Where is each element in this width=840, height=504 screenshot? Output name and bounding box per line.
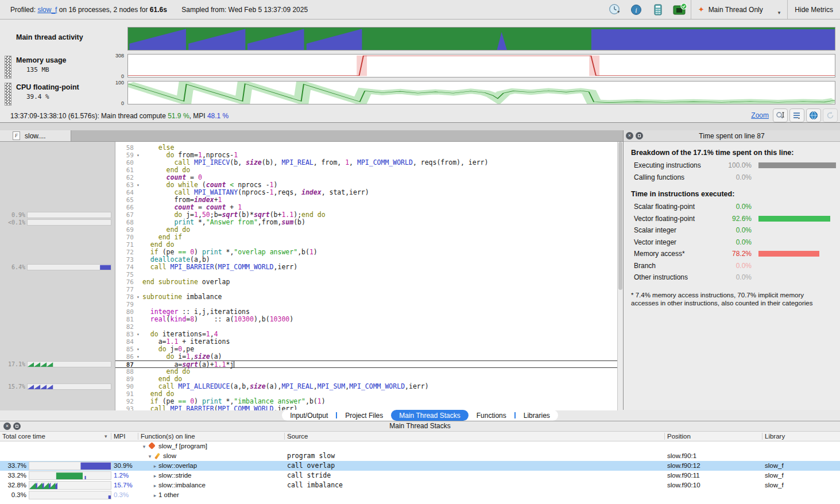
profiled-executable-link[interactable]: slow_f <box>37 6 57 14</box>
col-total-core-time[interactable]: Total core time <box>2 432 45 441</box>
cpu-fp-drag-handle[interactable] <box>5 83 11 106</box>
reset-zoom-button[interactable] <box>823 108 838 122</box>
zoom-link[interactable]: Zoom <box>751 111 769 119</box>
bottom-tab-strip: Input/OutputProject FilesMain Thread Sta… <box>0 410 840 421</box>
info-icon: i <box>630 4 642 15</box>
code-line-74[interactable]: 74 call MPI_BARRIER(MPI_COMM_WORLD,ierr) <box>115 263 617 271</box>
panel-instruction-rows: Scalar floating-point0.0%Vector floating… <box>624 201 840 284</box>
code-line-68[interactable]: 68 print *,"Answer from",from,sum(b) <box>115 219 617 226</box>
metrics-section: Main thread activity Memory usage 135 MB… <box>0 20 840 122</box>
code-line-88[interactable]: 88 end do <box>115 368 617 375</box>
line-number: 87 <box>115 362 135 368</box>
code-line-90[interactable]: 90 call MPI_ALLREDUCE(a,b,size(a),MPI_RE… <box>115 383 617 390</box>
line-number: 85 <box>115 346 135 353</box>
line-number: 63 <box>115 181 135 189</box>
tab-libraries[interactable]: Libraries <box>516 410 558 421</box>
tab-functions[interactable]: Functions <box>469 410 514 421</box>
editor-gutter: 0.9%<0.1%6.4%17.1%15.7% <box>0 142 115 410</box>
info-button[interactable]: i <box>625 0 647 19</box>
metric-label-cpu-fp: CPU floating-point <box>16 83 79 91</box>
col-library[interactable]: Library <box>765 432 785 441</box>
code-area[interactable]: 58 else59▾ do from=1,nprocs-160 call MPI… <box>115 142 617 410</box>
help-button[interactable] <box>806 108 821 122</box>
memory-usage-chart[interactable] <box>127 54 835 77</box>
cpu-axis-min: 0 <box>113 100 124 106</box>
thread-selector-dropdown[interactable]: ✦ Main Thread Only ▾ <box>691 0 788 19</box>
fold-chevron-icon[interactable]: ▾ <box>135 353 141 360</box>
cpu-axis-max: 100 <box>113 80 124 86</box>
line-number: 81 <box>115 316 135 323</box>
table-row-slow-f-program-[interactable]: ▾slow_f [program] <box>0 441 840 451</box>
gutter-activity-bar <box>27 383 111 390</box>
breakdown-row: Scalar integer0.0% <box>624 224 840 237</box>
panel-section1-title: Breakdown of the 17.1% time spent on thi… <box>624 142 840 160</box>
code-text: print *,"Answer from",from,sum(b) <box>142 218 305 226</box>
main-thread-activity-chart[interactable] <box>127 27 835 51</box>
code-line-86[interactable]: 86▾ do i=1,size(a) <box>115 353 617 360</box>
gutter-activity-bar <box>27 264 111 270</box>
chevron-right-icon[interactable]: ▸ <box>152 481 158 491</box>
fold-chevron-icon[interactable]: ▾ <box>135 331 141 338</box>
table-row-slow-stride[interactable]: 33.2%1.2%▸slow::stridecall strideslow.f9… <box>0 471 840 480</box>
metrics-button[interactable] <box>669 0 691 19</box>
chevron-right-icon[interactable]: ▸ <box>152 491 158 501</box>
tab-main-thread-stacks[interactable]: Main Thread Stacks <box>391 410 469 421</box>
chevron-down-icon[interactable]: ▾ <box>146 452 153 462</box>
table-row-slow-overlap[interactable]: 33.7%30.9%▸slow::overlapcall overlapslow… <box>0 461 840 471</box>
table-row-slow[interactable]: ▾slowprogram slowslow.f90:1 <box>0 451 840 461</box>
code-line-69[interactable]: 69 end do <box>115 226 617 234</box>
chevron-right-icon[interactable]: ▸ <box>152 462 158 471</box>
editor-scrollbar-thumb[interactable] <box>618 142 622 290</box>
breakdown-bar <box>758 263 836 269</box>
code-line-60[interactable]: 60 call MPI_IRECV(b, size(b), MPI_REAL, … <box>115 159 617 166</box>
code-text: real(kind=8) :: a(10300),b(10300) <box>142 315 293 323</box>
breakdown-row: Other instructions0.0% <box>624 272 840 284</box>
time-display-button[interactable]: ▾ <box>603 0 625 19</box>
editor-tab-slow[interactable]: F slow.... <box>0 130 71 141</box>
function-cell: ▾slow_f [program] <box>141 441 207 452</box>
line-number: 73 <box>115 256 135 263</box>
select-range-button[interactable] <box>773 108 788 122</box>
line-number: 84 <box>115 338 135 346</box>
chevron-down-icon[interactable]: ▾ <box>141 442 148 452</box>
col-mpi[interactable]: MPI <box>114 432 125 441</box>
col-position[interactable]: Position <box>667 432 691 441</box>
fold-chevron-icon[interactable]: ▾ <box>135 181 141 189</box>
col-functions-on-line[interactable]: Function(s) on line <box>141 432 195 441</box>
chevron-right-icon[interactable]: ▸ <box>152 471 158 481</box>
core-time-value: 32.8% <box>0 480 26 490</box>
hide-metrics-button[interactable]: Hide Metrics <box>787 0 840 19</box>
code-line-81[interactable]: 81 real(kind=8) :: a(10300),b(10300) <box>115 316 617 323</box>
breakdown-bar <box>758 162 836 168</box>
magnifier-ibeam-icon <box>776 111 785 120</box>
fold-chevron-icon[interactable]: ▾ <box>135 346 141 353</box>
fold-chevron-icon[interactable]: ▾ <box>135 293 141 301</box>
breakdown-row: Calling functions0.0% <box>624 172 840 184</box>
cpu-floating-point-chart[interactable] <box>127 81 835 104</box>
col-source[interactable]: Source <box>287 432 308 441</box>
tab-project-files[interactable]: Project Files <box>337 410 391 421</box>
calculator-button[interactable] <box>647 0 669 19</box>
calculator-icon <box>652 3 664 16</box>
memory-usage-drag-handle[interactable] <box>5 56 11 79</box>
view-options-button[interactable] <box>789 108 804 122</box>
code-text: count = count + 1 <box>142 203 242 211</box>
code-line-70[interactable]: 70 end if <box>115 234 617 241</box>
stacks-detach-icon[interactable] <box>13 422 21 430</box>
sort-indicator-icon[interactable]: ▾ <box>104 432 107 441</box>
tab-input-output[interactable]: Input/Output <box>282 410 336 421</box>
panel-body: Breakdown of the 17.1% time spent on thi… <box>624 142 840 308</box>
code-line-76[interactable]: 76end subroutine overlap <box>115 278 617 286</box>
editor-scrollbar[interactable] <box>617 142 623 410</box>
code-line-87[interactable]: 87 a=sqrt(a)+1.1*j <box>115 360 617 368</box>
table-row-1-other[interactable]: 0.3%0.3%▸1 other <box>0 490 840 500</box>
line-number: 70 <box>115 234 135 241</box>
stacks-table-body: ▾slow_f [program]▾slowprogram slowslow.f… <box>0 441 840 500</box>
table-row-slow-imbalance[interactable]: 32.8%15.7%▸slow::imbalancecall imbalance… <box>0 480 840 490</box>
source-cell: call imbalance <box>287 480 343 490</box>
code-line-78[interactable]: 78▾subroutine imbalance <box>115 293 617 301</box>
stacks-close-icon[interactable]: × <box>3 422 11 430</box>
function-cell: ▾slow <box>141 451 176 462</box>
code-text: if (pe == 0) print *,"imbalance answer",… <box>142 397 326 405</box>
fold-chevron-icon[interactable]: ▾ <box>135 152 141 159</box>
